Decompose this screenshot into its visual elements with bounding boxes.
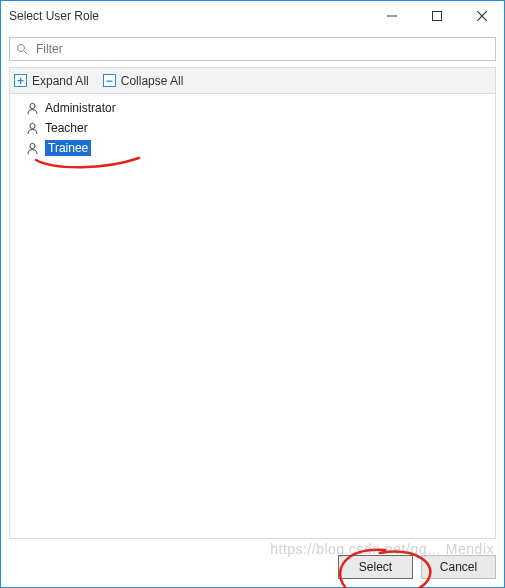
tree-item[interactable]: Trainee [10, 138, 495, 158]
minimize-icon [387, 11, 397, 21]
select-button-label: Select [359, 560, 392, 574]
expand-all-button[interactable]: + Expand All [14, 74, 89, 88]
svg-point-4 [18, 45, 25, 52]
collapse-all-button[interactable]: − Collapse All [103, 74, 184, 88]
tree-toolbar: + Expand All − Collapse All [9, 67, 496, 93]
collapse-all-label: Collapse All [121, 74, 184, 88]
minimize-button[interactable] [369, 1, 414, 31]
tree-item-label: Trainee [45, 140, 91, 156]
cancel-button[interactable]: Cancel [421, 555, 496, 579]
maximize-button[interactable] [414, 1, 459, 31]
svg-rect-1 [432, 12, 441, 21]
content-area: + Expand All − Collapse All Administrato… [1, 31, 504, 547]
window-title: Select User Role [9, 9, 369, 23]
search-icon [16, 43, 28, 55]
svg-point-6 [30, 103, 35, 108]
tree-item[interactable]: Teacher [10, 118, 495, 138]
expand-all-label: Expand All [32, 74, 89, 88]
select-button[interactable]: Select [338, 555, 413, 579]
titlebar: Select User Role [1, 1, 504, 31]
filter-input[interactable] [34, 41, 489, 57]
filter-field[interactable] [9, 37, 496, 61]
role-tree[interactable]: Administrator Teacher Trainee [9, 93, 496, 539]
svg-point-8 [30, 143, 35, 148]
cancel-button-label: Cancel [440, 560, 477, 574]
close-button[interactable] [459, 1, 504, 31]
svg-point-7 [30, 123, 35, 128]
maximize-icon [432, 11, 442, 21]
tree-item-label: Teacher [45, 121, 88, 135]
close-icon [477, 11, 487, 21]
svg-line-5 [24, 51, 27, 54]
minus-icon: − [103, 74, 116, 87]
plus-icon: + [14, 74, 27, 87]
user-icon [26, 122, 39, 135]
user-icon [26, 142, 39, 155]
tree-item-label: Administrator [45, 101, 116, 115]
window-controls [369, 1, 504, 31]
tree-item[interactable]: Administrator [10, 98, 495, 118]
user-icon [26, 102, 39, 115]
dialog-footer: Select Cancel [1, 547, 504, 587]
dialog-window: Select User Role + Expand All [0, 0, 505, 588]
